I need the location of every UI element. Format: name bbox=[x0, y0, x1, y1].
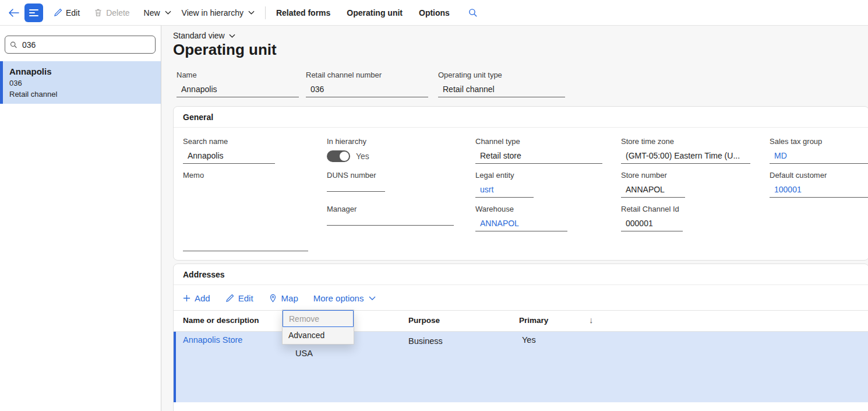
store-number-input[interactable]: ANNAPOL bbox=[621, 182, 685, 198]
field-duns-number: DUNS number bbox=[327, 171, 385, 192]
store-time-zone-input[interactable]: (GMT-05:00) Eastern Time (U... bbox=[621, 148, 750, 164]
edit-button[interactable]: Edit bbox=[54, 8, 80, 17]
plus-icon bbox=[183, 294, 190, 302]
add-address-button[interactable]: Add bbox=[183, 293, 210, 303]
chevron-down-icon bbox=[229, 34, 235, 38]
chevron-down-icon bbox=[369, 296, 376, 300]
address-row[interactable]: Annapolis Store USA Business Yes bbox=[174, 332, 868, 402]
list-item-number: 036 bbox=[9, 78, 154, 89]
field-legal-entity: Legal entity usrt bbox=[475, 171, 534, 198]
retail-channel-number-input[interactable]: 036 bbox=[306, 82, 428, 97]
field-in-hierarchy: In hierarchy Yes bbox=[327, 137, 420, 162]
memo-input[interactable] bbox=[183, 183, 308, 251]
search-name-input[interactable]: Annapolis bbox=[183, 148, 275, 164]
address-country: USA bbox=[295, 349, 313, 358]
page-title: Operating unit bbox=[173, 41, 277, 59]
view-selector[interactable]: Standard view bbox=[173, 31, 235, 40]
trash-icon bbox=[94, 8, 103, 17]
top-command-bar: Edit Delete New View in hierarchy Relate… bbox=[0, 0, 868, 26]
new-button[interactable]: New bbox=[144, 8, 171, 17]
in-hierarchy-toggle[interactable] bbox=[327, 150, 350, 162]
sidebar-search-input[interactable] bbox=[21, 40, 150, 50]
general-section-header[interactable]: General bbox=[174, 107, 868, 128]
menu-item-remove: Remove bbox=[283, 310, 354, 327]
field-retail-channel-number: Retail channel number 036 bbox=[306, 71, 428, 97]
channel-type-input[interactable]: Retail store bbox=[475, 148, 602, 164]
address-purpose: Business bbox=[408, 336, 443, 346]
form-content: Standard view Operating unit Name Annapo… bbox=[161, 26, 868, 411]
duns-number-input[interactable] bbox=[327, 182, 385, 192]
app-window: Edit Delete New View in hierarchy Relate… bbox=[0, 0, 868, 411]
map-pin-icon bbox=[269, 294, 277, 303]
name-input[interactable]: Annapolis bbox=[177, 82, 299, 97]
pencil-icon bbox=[225, 294, 234, 303]
column-header-name[interactable]: Name or description bbox=[183, 316, 259, 325]
search-icon bbox=[10, 41, 17, 49]
general-section: General Search name Annapolis Memo In hi… bbox=[173, 106, 868, 261]
field-name: Name Annapolis bbox=[177, 71, 299, 97]
addresses-section: Addresses Add Edit Map More options bbox=[173, 264, 868, 411]
sales-tax-group-link[interactable]: MD bbox=[770, 148, 868, 164]
back-button[interactable] bbox=[8, 8, 20, 17]
in-hierarchy-value: Yes bbox=[356, 152, 369, 161]
field-store-time-zone: Store time zone (GMT-05:00) Eastern Time… bbox=[621, 137, 750, 164]
field-default-customer: Default customer 100001 bbox=[770, 171, 868, 198]
back-arrow-icon bbox=[8, 8, 20, 17]
column-header-primary[interactable]: Primary bbox=[519, 316, 548, 325]
record-list-panel: Annapolis 036 Retail channel bbox=[0, 26, 161, 411]
sidebar-search-box[interactable] bbox=[5, 36, 156, 54]
legal-entity-link[interactable]: usrt bbox=[475, 182, 534, 198]
manager-input[interactable] bbox=[327, 216, 454, 226]
chevron-down-icon bbox=[248, 10, 255, 15]
addresses-section-header[interactable]: Addresses bbox=[174, 264, 868, 285]
list-item-annapolis[interactable]: Annapolis 036 Retail channel bbox=[0, 61, 161, 104]
operating-unit-type-input[interactable]: Retail channel bbox=[438, 82, 565, 97]
tab-options[interactable]: Options bbox=[419, 8, 450, 17]
warehouse-link[interactable]: ANNAPOL bbox=[475, 216, 567, 231]
more-options-button[interactable]: More options bbox=[313, 293, 376, 303]
addresses-table-header: Name or description Purpose Primary ↓ bbox=[174, 311, 868, 332]
tab-operating-unit[interactable]: Operating unit bbox=[347, 8, 403, 17]
field-sales-tax-group: Sales tax group MD bbox=[770, 137, 868, 164]
retail-channel-id-input[interactable]: 000001 bbox=[621, 216, 683, 231]
default-customer-link[interactable]: 100001 bbox=[770, 182, 868, 198]
menu-toggle-button[interactable] bbox=[24, 3, 43, 22]
view-in-hierarchy-button[interactable]: View in hierarchy bbox=[182, 8, 255, 17]
field-retail-channel-id: Retail Channel Id 000001 bbox=[621, 205, 683, 231]
delete-button: Delete bbox=[94, 8, 129, 17]
toolbar-search-button[interactable] bbox=[468, 8, 478, 17]
search-icon bbox=[468, 8, 478, 17]
pencil-icon bbox=[54, 8, 62, 17]
address-primary: Yes bbox=[522, 335, 536, 345]
field-store-number: Store number ANNAPOL bbox=[621, 171, 685, 198]
menu-item-advanced[interactable]: Advanced bbox=[283, 327, 354, 344]
edit-address-button[interactable]: Edit bbox=[225, 293, 253, 303]
field-channel-type: Channel type Retail store bbox=[475, 137, 602, 164]
list-item-title: Annapolis bbox=[9, 66, 154, 76]
list-item-type: Retail channel bbox=[9, 89, 154, 100]
column-header-purpose[interactable]: Purpose bbox=[408, 316, 440, 325]
chevron-down-icon bbox=[165, 10, 171, 15]
field-operating-unit-type: Operating unit type Retail channel bbox=[438, 71, 565, 97]
more-options-menu: Remove Advanced bbox=[282, 310, 354, 345]
map-button[interactable]: Map bbox=[269, 293, 298, 303]
addresses-toolbar: Add Edit Map More options bbox=[174, 286, 868, 311]
sort-descending-icon: ↓ bbox=[589, 315, 594, 325]
field-warehouse: Warehouse ANNAPOL bbox=[475, 205, 567, 231]
address-name-link[interactable]: Annapolis Store bbox=[183, 335, 242, 345]
tab-related-forms[interactable]: Related forms bbox=[276, 8, 330, 17]
toolbar-divider bbox=[265, 6, 266, 19]
field-search-name: Search name Annapolis bbox=[183, 137, 275, 164]
field-memo: Memo bbox=[183, 171, 308, 251]
field-manager: Manager bbox=[327, 205, 454, 226]
